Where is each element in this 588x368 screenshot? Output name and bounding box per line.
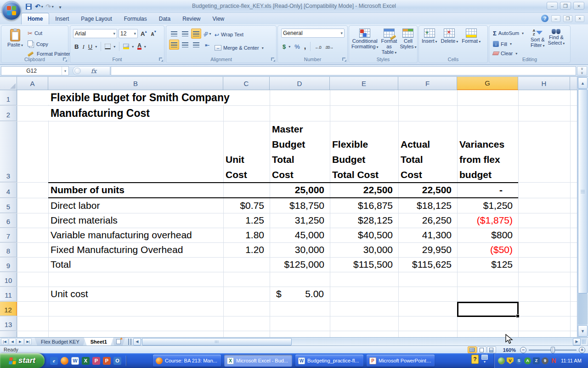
cell-C3[interactable]: Unit Cost xyxy=(223,121,270,182)
align-right-button[interactable] xyxy=(191,40,201,50)
vertical-scrollbar[interactable]: ▲ ▼ xyxy=(577,77,588,337)
tray-antivirus-icon[interactable]: A xyxy=(524,357,531,364)
find-select-button[interactable]: Find & Select xyxy=(547,28,566,50)
cell-F5[interactable]: $18,125 xyxy=(398,198,457,213)
selected-cell-G12[interactable] xyxy=(457,302,519,317)
cell-B1[interactable]: Flexible Budget for Smith Company xyxy=(48,90,223,105)
cut-button[interactable]: Cut xyxy=(26,28,72,38)
cell-C5[interactable]: $0.75 xyxy=(223,198,270,213)
cell-F3[interactable]: Actual Total Cost xyxy=(398,121,457,182)
cell-E3[interactable]: Flexible Budget Total Cost xyxy=(330,121,398,182)
column-header-f[interactable]: F xyxy=(398,77,457,90)
task-excel-active[interactable]: X Microsoft Excel - Bud... xyxy=(224,355,292,367)
task-firefox-course[interactable]: Course: BA 213: Man... xyxy=(153,355,221,367)
sort-filter-button[interactable]: AZ Sort & Filter xyxy=(530,28,546,50)
zoom-in-button[interactable]: + xyxy=(579,347,585,353)
row-header-11[interactable]: 11 xyxy=(0,287,17,301)
cell-B8[interactable]: Fixed Manufacturing Overhead xyxy=(48,243,223,257)
orientation-button[interactable] xyxy=(202,29,212,39)
column-header-b[interactable]: B xyxy=(48,77,223,90)
align-left-button[interactable] xyxy=(169,40,179,50)
align-center-button[interactable] xyxy=(180,40,190,50)
tab-view[interactable]: View xyxy=(206,13,230,24)
merge-center-button[interactable]: Merge & Center xyxy=(213,44,265,52)
cell-C7[interactable]: 1.80 xyxy=(223,228,270,242)
clear-button[interactable]: Clear xyxy=(492,50,525,57)
row-header-7[interactable]: 7 xyxy=(0,228,17,242)
cell-F7[interactable]: 41,300 xyxy=(398,228,457,242)
tray-key-icon[interactable]: S xyxy=(515,357,522,364)
column-header-c[interactable]: C xyxy=(223,77,270,90)
italic-button[interactable] xyxy=(81,41,85,52)
publisher-icon[interactable]: P xyxy=(92,357,100,365)
taskbar-clock[interactable]: 11:11 AM xyxy=(561,358,582,363)
font-color-button[interactable] xyxy=(136,42,147,51)
excel-icon[interactable]: X xyxy=(82,357,90,365)
tab-review[interactable]: Review xyxy=(176,13,206,24)
cell-F4[interactable]: 22,500 xyxy=(398,183,457,198)
cell-E4[interactable]: 22,500 xyxy=(330,183,398,198)
previous-sheet-icon[interactable]: ◀ xyxy=(9,338,16,345)
insert-worksheet-tab[interactable] xyxy=(112,338,125,345)
row-header-9[interactable]: 9 xyxy=(0,258,17,272)
cell-B9[interactable]: Total xyxy=(48,258,223,272)
name-box[interactable]: G12 xyxy=(1,66,69,75)
cell-D7[interactable]: 45,000 xyxy=(270,228,330,242)
decrease-indent-button[interactable] xyxy=(202,40,212,50)
cell-D8[interactable]: 30,000 xyxy=(270,243,330,257)
cell-D6[interactable]: 31,250 xyxy=(270,213,330,228)
vertical-scroll-thumb[interactable] xyxy=(578,89,588,293)
cell-F8[interactable]: 29,950 xyxy=(398,243,457,257)
cell-D5[interactable]: $18,750 xyxy=(270,198,330,213)
tray-n-icon[interactable]: N xyxy=(550,357,557,364)
insert-cells-button[interactable]: + Insert xyxy=(421,27,438,46)
cell-D4[interactable]: 25,000 xyxy=(270,183,330,198)
cell-E9[interactable]: $115,500 xyxy=(330,258,398,272)
cell-E7[interactable]: $40,500 xyxy=(330,228,398,242)
cell-G8-negative[interactable]: ($50) xyxy=(457,243,518,257)
column-header-e[interactable]: E xyxy=(330,77,398,90)
align-top-button[interactable] xyxy=(169,29,179,39)
align-middle-button[interactable] xyxy=(180,29,190,39)
column-header-a[interactable]: A xyxy=(17,77,48,90)
horizontal-scroll-thumb[interactable] xyxy=(142,338,292,345)
row-header-2[interactable]: 2 xyxy=(0,106,17,121)
workbook-minimize-button[interactable]: – xyxy=(551,15,560,22)
word-icon[interactable]: W xyxy=(71,357,79,365)
tab-page-layout[interactable]: Page Layout xyxy=(75,13,118,24)
conditional-formatting-button[interactable]: Conditional Formatting xyxy=(351,27,379,57)
cell-E8[interactable]: 30,000 xyxy=(330,243,398,257)
cell-G3[interactable]: Variances from flex budget xyxy=(457,121,518,182)
horizontal-scrollbar[interactable]: ◀ ▶ xyxy=(133,338,587,345)
row-header-13[interactable]: 13 xyxy=(0,316,17,331)
next-sheet-icon[interactable]: ▶ xyxy=(17,338,24,345)
last-sheet-icon[interactable]: ▶| xyxy=(24,338,32,345)
fill-color-button[interactable] xyxy=(122,43,135,50)
copy-button[interactable]: Copy xyxy=(26,40,72,49)
tab-split-handle[interactable] xyxy=(128,339,131,345)
workbook-close-button[interactable]: × xyxy=(575,15,584,22)
cell-G9[interactable]: $125 xyxy=(457,258,518,272)
zoom-slider-track[interactable] xyxy=(529,347,577,353)
close-button[interactable]: × xyxy=(573,2,584,10)
font-size-select[interactable]: 12 xyxy=(119,29,138,38)
outlook-icon[interactable]: O xyxy=(113,357,121,365)
task-powerpoint[interactable]: P Microsoft PowerPoint ... xyxy=(367,355,435,367)
scroll-up-icon[interactable]: ▲ xyxy=(578,77,588,89)
number-dialog-launcher-icon[interactable] xyxy=(342,57,346,62)
shrink-font-button[interactable] xyxy=(149,29,157,39)
tray-agent-icon[interactable] xyxy=(498,357,505,364)
tab-insert[interactable]: Insert xyxy=(49,13,75,24)
tab-formulas[interactable]: Formulas xyxy=(118,13,153,24)
row-header-12-selected[interactable]: 12 xyxy=(0,302,17,316)
percent-style-button[interactable] xyxy=(293,41,301,52)
zoom-out-button[interactable]: – xyxy=(520,347,526,353)
first-sheet-icon[interactable]: |◀ xyxy=(1,338,8,345)
align-bottom-button[interactable] xyxy=(191,29,201,39)
zoom-level[interactable]: 160% xyxy=(503,347,516,353)
cell-F6[interactable]: 26,250 xyxy=(398,213,457,228)
cell-B5[interactable]: Direct labor xyxy=(48,198,223,213)
tray-gray-icon[interactable]: 9 xyxy=(542,357,548,364)
alignment-dialog-launcher-icon[interactable] xyxy=(271,57,275,62)
tray-z-icon[interactable]: Z xyxy=(533,357,540,364)
